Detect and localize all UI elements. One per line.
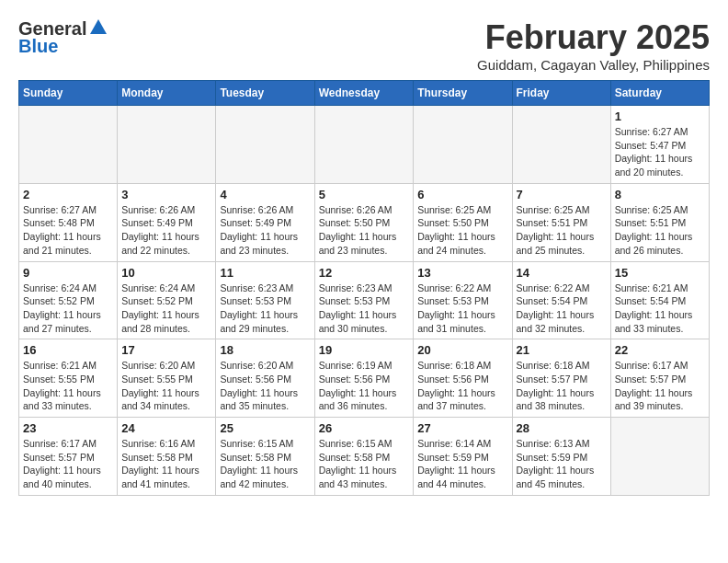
calendar-cell: 22Sunrise: 6:17 AMSunset: 5:57 PMDayligh… bbox=[610, 339, 709, 418]
page-header: General Blue February 2025 Guiddam, Caga… bbox=[18, 18, 710, 73]
calendar-cell: 14Sunrise: 6:22 AMSunset: 5:54 PMDayligh… bbox=[512, 261, 610, 339]
day-info: Sunrise: 6:14 AMSunset: 5:59 PMDaylight:… bbox=[417, 437, 507, 491]
calendar-cell bbox=[216, 106, 314, 184]
day-info: Sunrise: 6:25 AMSunset: 5:51 PMDaylight:… bbox=[615, 203, 705, 258]
day-number: 5 bbox=[319, 188, 410, 201]
calendar-cell: 6Sunrise: 6:25 AMSunset: 5:50 PMDaylight… bbox=[414, 183, 512, 261]
calendar-cell: 16Sunrise: 6:21 AMSunset: 5:55 PMDayligh… bbox=[19, 339, 118, 418]
day-number: 12 bbox=[319, 266, 410, 280]
day-number: 2 bbox=[23, 188, 113, 201]
day-number: 7 bbox=[517, 188, 607, 201]
day-number: 1 bbox=[615, 109, 705, 123]
calendar-cell: 5Sunrise: 6:26 AMSunset: 5:50 PMDaylight… bbox=[314, 183, 414, 261]
weekday-header-wednesday: Wednesday bbox=[314, 81, 414, 106]
day-info: Sunrise: 6:25 AMSunset: 5:51 PMDaylight:… bbox=[517, 203, 607, 258]
svg-marker-0 bbox=[90, 19, 107, 34]
day-info: Sunrise: 6:21 AMSunset: 5:54 PMDaylight:… bbox=[615, 282, 705, 336]
calendar-cell bbox=[19, 106, 118, 184]
day-number: 4 bbox=[220, 188, 310, 201]
day-number: 23 bbox=[23, 421, 113, 435]
day-number: 17 bbox=[121, 343, 211, 357]
day-number: 13 bbox=[417, 266, 507, 280]
calendar-cell: 13Sunrise: 6:22 AMSunset: 5:53 PMDayligh… bbox=[414, 261, 512, 339]
day-number: 22 bbox=[615, 343, 705, 357]
day-info: Sunrise: 6:26 AMSunset: 5:49 PMDaylight:… bbox=[220, 203, 310, 258]
week-row-5: 23Sunrise: 6:17 AMSunset: 5:57 PMDayligh… bbox=[19, 418, 710, 496]
day-number: 16 bbox=[23, 343, 113, 357]
calendar-cell: 19Sunrise: 6:19 AMSunset: 5:56 PMDayligh… bbox=[314, 339, 414, 418]
week-row-4: 16Sunrise: 6:21 AMSunset: 5:55 PMDayligh… bbox=[19, 339, 710, 418]
day-number: 18 bbox=[220, 343, 310, 357]
day-info: Sunrise: 6:13 AMSunset: 5:59 PMDaylight:… bbox=[517, 437, 607, 491]
day-number: 27 bbox=[417, 421, 507, 435]
day-number: 28 bbox=[517, 421, 607, 435]
calendar-cell bbox=[610, 418, 709, 496]
day-number: 25 bbox=[220, 421, 310, 435]
calendar-table: SundayMondayTuesdayWednesdayThursdayFrid… bbox=[18, 80, 710, 496]
day-info: Sunrise: 6:18 AMSunset: 5:56 PMDaylight:… bbox=[417, 359, 507, 413]
calendar-cell bbox=[314, 106, 414, 184]
calendar-cell: 11Sunrise: 6:23 AMSunset: 5:53 PMDayligh… bbox=[216, 261, 314, 339]
calendar-cell: 8Sunrise: 6:25 AMSunset: 5:51 PMDaylight… bbox=[610, 183, 709, 261]
week-row-2: 2Sunrise: 6:27 AMSunset: 5:48 PMDaylight… bbox=[19, 183, 710, 261]
day-number: 19 bbox=[319, 343, 410, 357]
calendar-cell: 4Sunrise: 6:26 AMSunset: 5:49 PMDaylight… bbox=[216, 183, 314, 261]
day-info: Sunrise: 6:24 AMSunset: 5:52 PMDaylight:… bbox=[23, 282, 113, 336]
day-number: 24 bbox=[121, 421, 211, 435]
day-number: 21 bbox=[517, 343, 607, 357]
day-number: 10 bbox=[121, 266, 211, 280]
weekday-header-row: SundayMondayTuesdayWednesdayThursdayFrid… bbox=[19, 81, 710, 106]
calendar-cell: 10Sunrise: 6:24 AMSunset: 5:52 PMDayligh… bbox=[118, 261, 216, 339]
calendar-cell: 27Sunrise: 6:14 AMSunset: 5:59 PMDayligh… bbox=[414, 418, 512, 496]
calendar-cell: 7Sunrise: 6:25 AMSunset: 5:51 PMDaylight… bbox=[512, 183, 610, 261]
weekday-header-saturday: Saturday bbox=[610, 81, 709, 106]
day-number: 8 bbox=[615, 188, 705, 201]
day-number: 15 bbox=[615, 266, 705, 280]
title-section: February 2025 Guiddam, Cagayan Valley, P… bbox=[477, 18, 710, 73]
day-info: Sunrise: 6:25 AMSunset: 5:50 PMDaylight:… bbox=[417, 203, 507, 258]
calendar-cell: 2Sunrise: 6:27 AMSunset: 5:48 PMDaylight… bbox=[19, 183, 118, 261]
logo: General Blue bbox=[18, 18, 108, 57]
calendar-cell bbox=[414, 106, 512, 184]
calendar-cell bbox=[512, 106, 610, 184]
calendar-cell: 1Sunrise: 6:27 AMSunset: 5:47 PMDaylight… bbox=[610, 106, 709, 184]
calendar-cell bbox=[118, 106, 216, 184]
calendar-cell: 17Sunrise: 6:20 AMSunset: 5:55 PMDayligh… bbox=[118, 339, 216, 418]
day-info: Sunrise: 6:27 AMSunset: 5:47 PMDaylight:… bbox=[615, 125, 705, 179]
day-number: 3 bbox=[121, 188, 211, 201]
calendar-cell: 26Sunrise: 6:15 AMSunset: 5:58 PMDayligh… bbox=[314, 418, 414, 496]
calendar-cell: 24Sunrise: 6:16 AMSunset: 5:58 PMDayligh… bbox=[118, 418, 216, 496]
day-info: Sunrise: 6:23 AMSunset: 5:53 PMDaylight:… bbox=[319, 282, 410, 336]
day-info: Sunrise: 6:15 AMSunset: 5:58 PMDaylight:… bbox=[220, 437, 310, 491]
weekday-header-monday: Monday bbox=[118, 81, 216, 106]
day-info: Sunrise: 6:21 AMSunset: 5:55 PMDaylight:… bbox=[23, 359, 113, 413]
day-info: Sunrise: 6:18 AMSunset: 5:57 PMDaylight:… bbox=[517, 359, 607, 413]
calendar-cell: 12Sunrise: 6:23 AMSunset: 5:53 PMDayligh… bbox=[314, 261, 414, 339]
calendar-cell: 3Sunrise: 6:26 AMSunset: 5:49 PMDaylight… bbox=[118, 183, 216, 261]
day-info: Sunrise: 6:22 AMSunset: 5:53 PMDaylight:… bbox=[417, 282, 507, 336]
day-number: 6 bbox=[417, 188, 507, 201]
day-info: Sunrise: 6:16 AMSunset: 5:58 PMDaylight:… bbox=[121, 437, 211, 491]
day-number: 9 bbox=[23, 266, 113, 280]
day-info: Sunrise: 6:20 AMSunset: 5:55 PMDaylight:… bbox=[121, 359, 211, 413]
weekday-header-thursday: Thursday bbox=[414, 81, 512, 106]
calendar-subtitle: Guiddam, Cagayan Valley, Philippines bbox=[477, 57, 710, 73]
day-number: 26 bbox=[319, 421, 410, 435]
calendar-title: February 2025 bbox=[477, 18, 710, 57]
day-info: Sunrise: 6:17 AMSunset: 5:57 PMDaylight:… bbox=[615, 359, 705, 413]
calendar-cell: 9Sunrise: 6:24 AMSunset: 5:52 PMDaylight… bbox=[19, 261, 118, 339]
calendar-cell: 21Sunrise: 6:18 AMSunset: 5:57 PMDayligh… bbox=[512, 339, 610, 418]
day-info: Sunrise: 6:20 AMSunset: 5:56 PMDaylight:… bbox=[220, 359, 310, 413]
week-row-1: 1Sunrise: 6:27 AMSunset: 5:47 PMDaylight… bbox=[19, 106, 710, 184]
day-number: 20 bbox=[417, 343, 507, 357]
day-info: Sunrise: 6:22 AMSunset: 5:54 PMDaylight:… bbox=[517, 282, 607, 336]
calendar-cell: 20Sunrise: 6:18 AMSunset: 5:56 PMDayligh… bbox=[414, 339, 512, 418]
day-info: Sunrise: 6:27 AMSunset: 5:48 PMDaylight:… bbox=[23, 203, 113, 258]
calendar-cell: 18Sunrise: 6:20 AMSunset: 5:56 PMDayligh… bbox=[216, 339, 314, 418]
day-info: Sunrise: 6:24 AMSunset: 5:52 PMDaylight:… bbox=[121, 282, 211, 336]
weekday-header-sunday: Sunday bbox=[19, 81, 118, 106]
weekday-header-tuesday: Tuesday bbox=[216, 81, 314, 106]
day-number: 11 bbox=[220, 266, 310, 280]
calendar-cell: 23Sunrise: 6:17 AMSunset: 5:57 PMDayligh… bbox=[19, 418, 118, 496]
day-info: Sunrise: 6:26 AMSunset: 5:49 PMDaylight:… bbox=[121, 203, 211, 258]
